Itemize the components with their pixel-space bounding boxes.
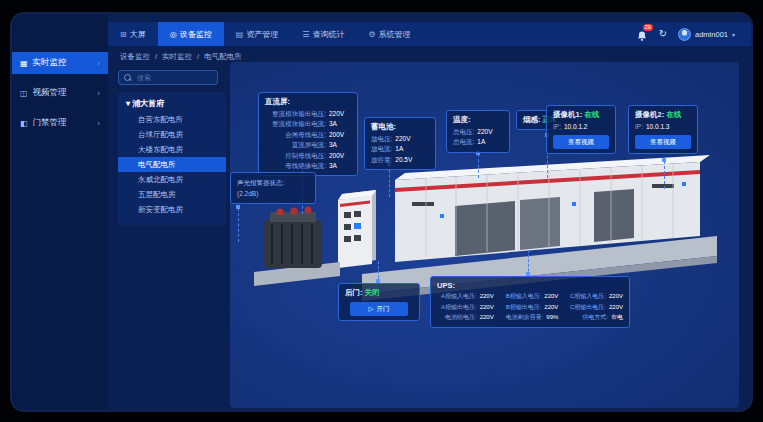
dc-value: 3A [329, 161, 351, 171]
tab-system-manage[interactable]: ⚙ 系统管理 [356, 22, 422, 46]
leader-line [238, 208, 239, 242]
search-icon [124, 74, 131, 81]
view-video-button[interactable]: 查看视频 [635, 135, 691, 149]
tab-label: 资产管理 [246, 29, 278, 40]
open-door-icon: ▷ [369, 305, 374, 313]
dc-value: 3A [329, 119, 351, 129]
search-input[interactable] [135, 73, 209, 82]
tree-item[interactable]: 自营东配电所 [118, 112, 226, 127]
panel-title: UPS: [437, 281, 623, 290]
avatar [678, 28, 691, 41]
user-menu[interactable]: admin001 ▾ [678, 28, 735, 41]
sidebar-item-realtime-monitor[interactable]: ▦ 实时监控 › [12, 52, 108, 74]
station-tree: ▾ 浦大首府 自营东配电所 台球厅配电房 大楼东配电房 电气配电所 永威北配电房… [118, 92, 226, 225]
top-navbar: ⊞ 大屏 ◎ 设备监控 ▤ 资产管理 ☰ 查询统计 ⚙ 系统管理 29 ↻ [108, 22, 751, 46]
leader-dot [662, 158, 666, 162]
alarm-label: 声光报警器状态: [237, 177, 309, 188]
sidebar-item-label: 视频管理 [33, 87, 67, 99]
tree-search[interactable] [118, 70, 218, 85]
leader-line [478, 154, 479, 178]
breadcrumb-item[interactable]: 设备监控 [120, 52, 150, 62]
tab-asset-manage[interactable]: ▤ 资产管理 [224, 22, 291, 46]
view-video-button[interactable]: 查看视频 [553, 135, 609, 149]
dc-value: 3A [329, 140, 351, 150]
chevron-right-icon: › [97, 89, 100, 98]
tree-item[interactable]: 新安变配电房 [118, 202, 226, 217]
leader-line [664, 161, 665, 189]
tree-item[interactable]: 永威北配电房 [118, 172, 226, 187]
panel-title: 直流屏: [265, 97, 351, 107]
tab-query-stats[interactable]: ☰ 查询统计 [290, 22, 356, 46]
battery-panel: 蓄电池: 放电压:220V 放电流:1A 放容量:20.5V [364, 117, 436, 170]
camera2-ip: 10.0.1.3 [646, 122, 670, 132]
panel-title: 温度: [453, 115, 503, 125]
username: admin001 [695, 30, 728, 39]
tab-label: 系统管理 [379, 29, 411, 40]
breadcrumb-item: 电气配电所 [204, 52, 242, 62]
tab-label: 设备监控 [180, 29, 212, 40]
video-icon: ◫ [20, 89, 28, 98]
camera2-status: 在线 [666, 110, 681, 119]
ups-grid: A相输入电压:220V B相输入电压:220V C相输入电压:220V A相输出… [437, 292, 623, 323]
door-icon: ◧ [20, 119, 28, 128]
tab-device-monitor[interactable]: ◎ 设备监控 [158, 22, 224, 46]
primary-sidebar: ▦ 实时监控 › ◫ 视频管理 › ◧ 门禁管理 › [12, 14, 108, 410]
notification-bell-icon[interactable]: 29 [636, 28, 648, 40]
sidebar-item-access-manage[interactable]: ◧ 门禁管理 › [12, 112, 108, 134]
camera1-status: 在线 [584, 110, 599, 119]
screen-icon: ⊞ [120, 30, 127, 39]
tree-item[interactable]: 五层配电房 [118, 187, 226, 202]
breadcrumb: 设备监控 / 实时监控 / 电气配电所 [120, 52, 242, 62]
camera1-ip: 10.0.1.2 [564, 122, 588, 132]
tab-label: 大屏 [130, 29, 146, 40]
breadcrumb-separator: / [155, 52, 157, 62]
power-mode-value: 市电 [611, 313, 623, 323]
breadcrumb-separator: / [197, 52, 199, 62]
sidebar-item-label: 实时监控 [33, 57, 67, 69]
tree-root-node[interactable]: ▾ 浦大首府 [118, 98, 226, 112]
tree-item[interactable]: 台球厅配电房 [118, 127, 226, 142]
tree-item[interactable]: 大楼东配电房 [118, 142, 226, 157]
fullscreen-icon[interactable]: ↻ [659, 29, 667, 39]
monitor-icon: ▦ [20, 59, 28, 68]
gear-icon: ⚙ [368, 30, 375, 39]
tab-bigscreen[interactable]: ⊞ 大屏 [108, 22, 158, 46]
temperature-panel: 温度: 总电压:220V 总电流:1A [446, 110, 510, 153]
door-panel: 后门: 关闭 ▷ 开门 [338, 283, 420, 321]
sidebar-item-video-manage[interactable]: ◫ 视频管理 › [12, 82, 108, 104]
leader-dot [236, 205, 240, 209]
stats-icon: ☰ [302, 30, 309, 39]
open-door-button[interactable]: ▷ 开门 [350, 302, 408, 316]
camera1-panel: 摄像机1: 在线 IP:10.0.1.2 查看视频 [546, 105, 616, 154]
chevron-right-icon: › [97, 59, 100, 68]
dc-value: 200V [329, 151, 351, 161]
navbar-right: 29 ↻ admin001 ▾ [636, 22, 751, 46]
door-status: 关闭 [365, 288, 380, 297]
tab-label: 查询统计 [312, 29, 344, 40]
notification-badge: 29 [643, 24, 653, 31]
dc-screen-panel: 直流屏: 整流模块输出电压:220V 整流模块输出电流:3A 合闸母线电压:20… [258, 92, 358, 176]
panel-title: 蓄电池: [371, 122, 429, 132]
app-window: ▦ 实时监控 › ◫ 视频管理 › ◧ 门禁管理 › ⊞ 大屏 ◎ 设备监控 ▤… [12, 14, 751, 410]
chevron-right-icon: › [97, 119, 100, 128]
asset-icon: ▤ [236, 30, 244, 39]
dc-value: 220V [329, 109, 351, 119]
camera2-panel: 摄像机2: 在线 IP:10.0.1.3 查看视频 [628, 105, 698, 154]
ups-panel: UPS: A相输入电压:220V B相输入电压:220V C相输入电压:220V… [430, 276, 630, 328]
breadcrumb-item[interactable]: 实时监控 [162, 52, 192, 62]
chevron-down-icon: ▾ [732, 31, 735, 38]
dc-value: 200V [329, 130, 351, 140]
alarm-panel: 声光报警器状态: (2.2dB) [230, 172, 316, 204]
sidebar-item-label: 门禁管理 [33, 117, 67, 129]
alarm-value: (2.2dB) [237, 188, 309, 199]
device-icon: ◎ [170, 30, 177, 39]
tree-item-selected[interactable]: 电气配电所 [118, 157, 226, 172]
